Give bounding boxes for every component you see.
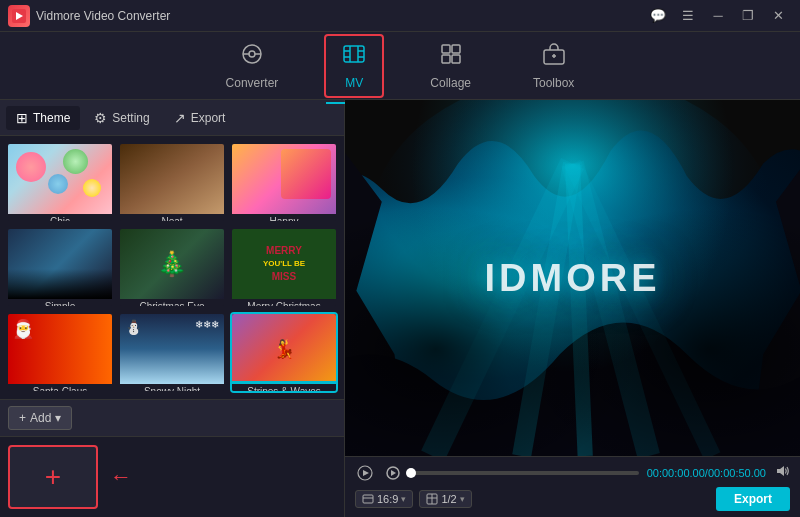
next-button[interactable] [383,463,403,483]
theme-thumb-neat [120,144,224,214]
theme-thumb-stripes-waves: 💃 [232,314,336,384]
theme-thumb-happy [232,144,336,214]
theme-card-neat[interactable]: Neat [118,142,226,223]
time-display: 00:00:00.00/00:00:50.00 [647,467,766,479]
theme-label-stripes-waves: Stripes & Waves [232,384,336,393]
timeline-row: 00:00:00.00/00:00:50.00 [355,463,790,483]
ratio-button[interactable]: 16:9 ▾ [355,490,413,508]
export-icon: ↗ [174,110,186,126]
maximize-button[interactable]: ❐ [734,5,762,27]
right-panel: IDMORE [345,100,800,517]
nav-item-converter[interactable]: Converter [210,36,295,96]
app-logo [8,5,30,27]
sub-nav-theme-label: Theme [33,111,70,125]
svg-point-3 [249,51,255,57]
svg-rect-14 [452,45,460,53]
media-add-placeholder[interactable]: + [8,445,98,509]
sub-nav-export-label: Export [191,111,226,125]
sub-nav-theme[interactable]: ⊞ Theme [6,106,80,130]
media-plus-icon: + [45,463,61,491]
theme-label-chic: Chic [8,214,112,223]
close-button[interactable]: ✕ [764,5,792,27]
ratio-label: 16:9 [377,493,398,505]
svg-rect-31 [363,495,373,503]
arrow-indicator: ← [110,464,132,490]
title-bar: Vidmore Video Converter 💬 ☰ ─ ❐ ✕ [0,0,800,32]
theme-card-santa-claus[interactable]: 🎅 Santa Claus [6,312,114,393]
theme-card-christmas-eve[interactable]: 🎄 Christmas Eve [118,227,226,308]
theme-grid-icon: ⊞ [16,110,28,126]
theme-grid: Chic Neat Happy Simple [0,136,344,399]
svg-marker-27 [363,470,369,476]
add-bar: + Add ▾ [0,399,344,437]
window-controls: 💬 ☰ ─ ❐ ✕ [644,5,792,27]
chat-icon-btn[interactable]: 💬 [644,5,672,27]
nav-item-toolbox[interactable]: Toolbox [517,36,590,96]
theme-card-happy[interactable]: Happy [230,142,338,223]
theme-thumb-christmas-eve: 🎄 [120,229,224,299]
nav-item-mv[interactable]: MV [324,34,384,98]
add-label: Add [30,411,51,425]
preview-title-text: IDMORE [485,257,661,300]
progress-dot [406,468,416,478]
sub-nav: ⊞ Theme ⚙ Setting ↗ Export [0,100,344,136]
export-button[interactable]: Export [716,487,790,511]
volume-button[interactable] [774,463,790,483]
theme-thumb-simple [8,229,112,299]
time-total: 00:00:50.00 [708,467,766,479]
sub-nav-setting[interactable]: ⚙ Setting [84,106,159,130]
preview-gradient: IDMORE [345,100,800,456]
sub-nav-setting-label: Setting [112,111,149,125]
theme-card-simple[interactable]: Simple [6,227,114,308]
progress-bar[interactable] [411,471,639,475]
plus-icon: + [19,411,26,425]
svg-rect-6 [344,46,364,62]
nav-item-collage[interactable]: Collage [414,36,487,96]
theme-thumb-merry-christmas: MERRY YOU'LL BE MISS [232,229,336,299]
theme-label-christmas-eve: Christmas Eve [120,299,224,308]
sub-nav-export[interactable]: ↗ Export [164,106,236,130]
svg-rect-16 [452,55,460,63]
setting-icon: ⚙ [94,110,107,126]
theme-thumb-santa: 🎅 [8,314,112,384]
theme-thumb-snowy-night: ⛄ ❄❄❄ [120,314,224,384]
time-current: 00:00:00.00 [647,467,705,479]
theme-card-stripes-waves[interactable]: 💃 Stripes & Waves [230,312,338,393]
theme-label-santa-claus: Santa Claus [8,384,112,393]
theme-label-neat: Neat [120,214,224,223]
theme-label-simple: Simple [8,299,112,308]
player-controls: 00:00:00.00/00:00:50.00 [345,456,800,517]
nav-bar: Converter MV Collage [0,32,800,100]
app-title-text: Vidmore Video Converter [36,9,644,23]
minimize-button[interactable]: ─ [704,5,732,27]
nav-label-collage: Collage [430,76,471,90]
theme-label-merry-christmas: Merry Christmas [232,299,336,308]
svg-marker-29 [391,470,396,476]
ratio-controls: 16:9 ▾ 1/2 ▾ [355,490,472,508]
controls-second-row: 16:9 ▾ 1/2 ▾ Export [355,487,790,511]
page-dropdown-arrow: ▾ [460,494,465,504]
collage-icon [439,42,463,72]
svg-marker-30 [777,466,784,476]
page-label: 1/2 [441,493,456,505]
theme-thumb-chic [8,144,112,214]
theme-card-merry-christmas[interactable]: MERRY YOU'LL BE MISS Merry Christmas [230,227,338,308]
page-button[interactable]: 1/2 ▾ [419,490,471,508]
theme-card-snowy-night[interactable]: ⛄ ❄❄❄ Snowy Night [118,312,226,393]
nav-label-mv: MV [345,76,363,90]
add-button[interactable]: + Add ▾ [8,406,72,430]
menu-icon-btn[interactable]: ☰ [674,5,702,27]
toolbox-icon [542,42,566,72]
preview-area: IDMORE [345,100,800,456]
mv-icon [342,42,366,72]
theme-label-happy: Happy [232,214,336,223]
left-panel: ⊞ Theme ⚙ Setting ↗ Export [0,100,345,517]
main-content: ⊞ Theme ⚙ Setting ↗ Export [0,100,800,517]
preview-background: IDMORE [345,100,800,456]
svg-rect-13 [442,45,450,53]
play-button[interactable] [355,463,375,483]
theme-card-chic[interactable]: Chic [6,142,114,223]
converter-icon [240,42,264,72]
media-tray: + ← [0,437,344,517]
nav-label-converter: Converter [226,76,279,90]
